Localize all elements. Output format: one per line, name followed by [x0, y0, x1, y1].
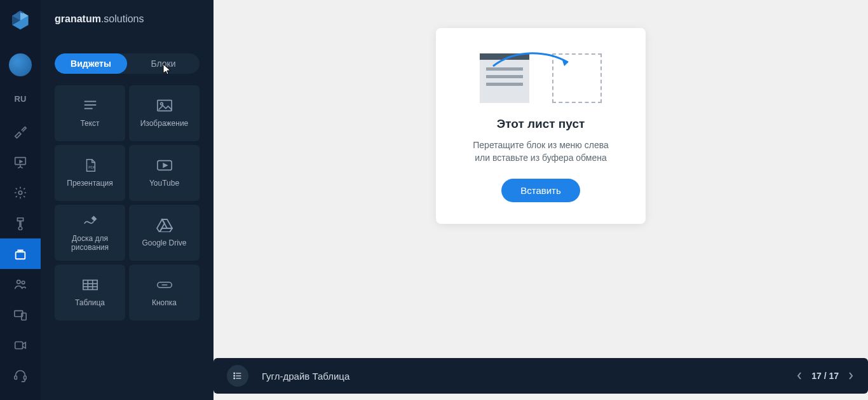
- text-icon: [82, 99, 98, 113]
- brand-bold: granatum: [55, 13, 101, 25]
- svg-point-32: [234, 375, 235, 376]
- pager: 17 / 17: [791, 368, 868, 384]
- widget-presentation[interactable]: PDF Презентация: [55, 145, 125, 201]
- widget-youtube[interactable]: YouTube: [129, 145, 200, 201]
- drawing-icon: [82, 214, 98, 228]
- next-page-button[interactable]: [843, 368, 859, 384]
- widget-gdrive-label: Google Drive: [139, 238, 189, 247]
- chevron-left-icon: [796, 371, 803, 380]
- widget-button[interactable]: Кнопка: [129, 265, 200, 321]
- widget-button-label: Кнопка: [149, 298, 179, 307]
- empty-title: Этот лист пуст: [451, 117, 630, 131]
- widget-youtube-label: YouTube: [147, 179, 182, 188]
- svg-point-7: [17, 280, 21, 284]
- widget-grid: Текст Изображение PDF Презентация YouTub…: [41, 85, 214, 321]
- empty-line-1: Перетащите блок из меню слева: [451, 139, 630, 151]
- widget-text[interactable]: Текст: [55, 85, 125, 141]
- rail-tool-record[interactable]: [0, 330, 41, 361]
- gdrive-icon: [156, 218, 173, 232]
- widget-drawing[interactable]: Доска для рисования: [55, 205, 125, 261]
- empty-illustration: [451, 53, 630, 103]
- chevron-right-icon: [848, 371, 854, 380]
- svg-point-31: [234, 373, 235, 374]
- rail-tool-design[interactable]: [0, 116, 41, 147]
- widget-drawing-label: Доска для рисования: [55, 234, 125, 252]
- svg-point-18: [160, 102, 163, 105]
- sheet-list-button[interactable]: [222, 365, 253, 387]
- rail-tool-support[interactable]: [0, 361, 41, 391]
- tab-widgets[interactable]: Виджеты: [55, 53, 127, 74]
- rail-tool-devices[interactable]: [0, 300, 41, 330]
- youtube-icon: [156, 158, 173, 172]
- list-icon: [233, 371, 243, 381]
- widget-text-label: Текст: [78, 119, 102, 128]
- widget-presentation-label: Презентация: [64, 179, 116, 188]
- empty-line-2: или вставьте из буфера обмена: [451, 151, 630, 164]
- rail-tool-users[interactable]: [0, 269, 41, 300]
- widget-image[interactable]: Изображение: [129, 85, 200, 141]
- widget-table-label: Таблица: [72, 298, 107, 307]
- sidebar: granatum.solutions Виджеты Блоки Текст И…: [41, 0, 214, 400]
- paste-button[interactable]: Вставить: [501, 179, 580, 202]
- prev-page-button[interactable]: [791, 368, 808, 384]
- svg-text:PDF: PDF: [88, 165, 96, 169]
- page-indicator: 17 / 17: [811, 371, 839, 381]
- rail-tool-presentation[interactable]: [0, 147, 41, 177]
- widget-table[interactable]: Таблица: [55, 265, 125, 321]
- svg-rect-21: [83, 280, 97, 289]
- widget-image-label: Изображение: [138, 119, 191, 128]
- rail-tool-theme[interactable]: [0, 208, 41, 238]
- svg-point-33: [234, 378, 235, 379]
- main-canvas: Этот лист пуст Перетащите блок из меню с…: [214, 0, 868, 358]
- rail-tool-blocks[interactable]: [0, 238, 41, 269]
- button-icon: [156, 278, 173, 292]
- language-switch[interactable]: RU: [15, 94, 27, 104]
- brand-thin: .solutions: [101, 13, 144, 25]
- avatar[interactable]: [9, 53, 32, 76]
- image-icon: [156, 99, 173, 113]
- cursor-icon: [161, 63, 172, 76]
- bottom-bar: Гугл-драйв Таблица 17 / 17: [214, 358, 868, 394]
- empty-state-card: Этот лист пуст Перетащите блок из меню с…: [436, 28, 646, 224]
- app-logo-icon: [9, 9, 32, 32]
- svg-point-8: [22, 281, 25, 284]
- icon-rail: RU: [0, 0, 41, 400]
- svg-rect-11: [15, 342, 23, 349]
- svg-rect-6: [16, 252, 25, 259]
- widget-gdrive[interactable]: Google Drive: [129, 205, 200, 261]
- svg-point-5: [18, 191, 22, 195]
- pdf-icon: PDF: [82, 158, 98, 172]
- sheet-title: Гугл-драйв Таблица: [262, 371, 349, 382]
- arrow-icon: [491, 52, 573, 75]
- brand: granatum.solutions: [41, 0, 214, 38]
- table-icon: [82, 278, 98, 292]
- sidebar-tabs: Виджеты Блоки: [55, 53, 200, 74]
- rail-tool-settings[interactable]: [0, 177, 41, 208]
